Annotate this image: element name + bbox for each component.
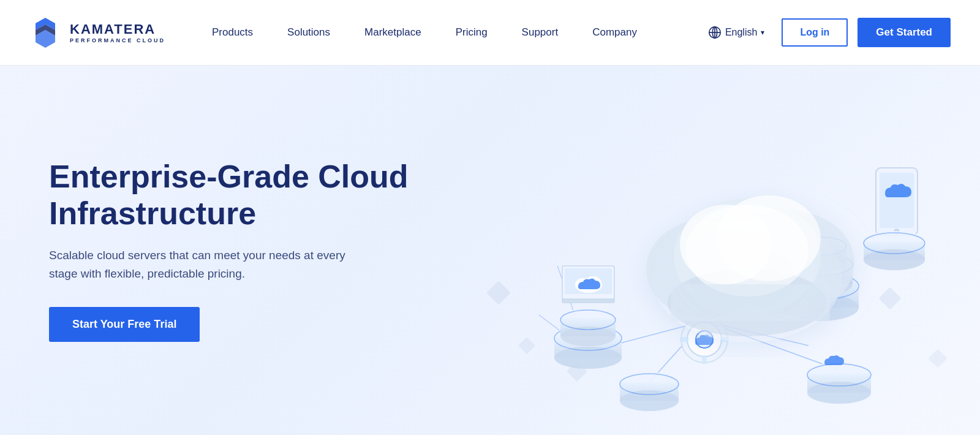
hero-content: Enterprise-Grade Cloud Infrastructure Sc… <box>49 159 429 342</box>
svg-rect-10 <box>928 349 947 368</box>
svg-rect-9 <box>879 287 902 309</box>
svg-rect-49 <box>880 173 914 228</box>
svg-rect-78 <box>671 284 830 321</box>
language-label: English <box>725 27 757 38</box>
cloud-illustration-svg <box>453 82 956 419</box>
svg-rect-7 <box>486 281 511 305</box>
svg-point-64 <box>620 390 679 411</box>
svg-rect-35 <box>562 299 614 303</box>
hero-section: Enterprise-Grade Cloud Infrastructure Sc… <box>0 66 980 435</box>
nav-products[interactable]: Products <box>195 0 270 66</box>
nav-links: Products Solutions Marketplace Pricing S… <box>195 0 701 66</box>
hero-illustration <box>453 82 956 419</box>
nav-company[interactable]: Company <box>575 0 654 66</box>
svg-rect-59 <box>702 355 707 364</box>
svg-rect-13 <box>518 336 535 354</box>
hero-title: Enterprise-Grade Cloud Infrastructure <box>49 159 429 232</box>
nav-right: English ▾ Log in Get Started <box>701 18 951 47</box>
nav-pricing[interactable]: Pricing <box>439 0 505 66</box>
get-started-button[interactable]: Get Started <box>858 18 951 47</box>
chevron-down-icon: ▾ <box>761 28 764 37</box>
nav-marketplace[interactable]: Marketplace <box>347 0 439 66</box>
globe-icon <box>708 26 722 39</box>
svg-point-77 <box>686 205 809 297</box>
language-selector[interactable]: English ▾ <box>701 21 772 44</box>
svg-rect-60 <box>680 337 688 342</box>
logo-name: KAMATERA <box>70 21 165 37</box>
svg-point-53 <box>864 249 925 270</box>
svg-point-68 <box>807 382 871 404</box>
logo-subtitle: PERFORMANCE CLOUD <box>70 37 165 44</box>
nav-support[interactable]: Support <box>505 0 576 66</box>
logo-link[interactable]: KAMATERA PERFORMANCE CLOUD <box>29 17 165 48</box>
free-trial-button[interactable]: Start Your Free Trial <box>49 307 200 342</box>
nav-solutions[interactable]: Solutions <box>270 0 347 66</box>
navbar: KAMATERA PERFORMANCE CLOUD Products Solu… <box>0 0 980 66</box>
logo-icon <box>29 17 61 48</box>
hero-subtitle: Scalable cloud servers that can meet you… <box>49 246 368 282</box>
login-button[interactable]: Log in <box>782 18 848 47</box>
